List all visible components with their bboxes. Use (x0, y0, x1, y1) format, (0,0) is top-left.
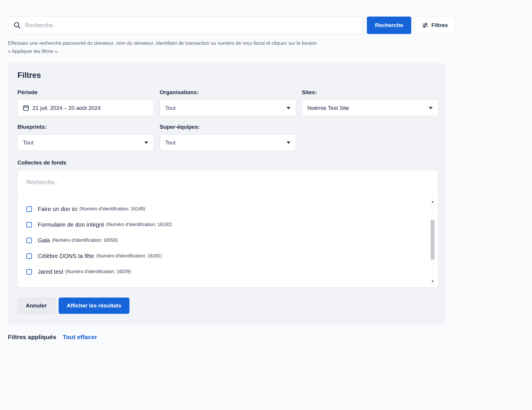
period-value: 21 juil. 2024 – 20 août 2024 (33, 105, 148, 111)
period-label: Période (17, 89, 154, 96)
checkbox[interactable] (26, 238, 32, 243)
sites-field: Sites: Noémie Test Site (302, 89, 438, 116)
fundraiser-id: (Numéro d'identification: 16181) (96, 253, 162, 259)
list-item[interactable]: Formulaire de don intégré (Numéro d'iden… (26, 217, 421, 232)
scrollbar-track[interactable] (430, 203, 435, 279)
sites-dropdown[interactable]: Noémie Test Site (302, 100, 438, 116)
organisations-field: Organisations: Tout (160, 89, 296, 116)
fundraiser-id: (Numéro d'identification: 16050) (52, 238, 118, 243)
organisations-label: Organisations: (160, 89, 296, 96)
cancel-button[interactable]: Annuler (17, 298, 55, 314)
filters-grid: Période 21 juil. 2024 – 20 août 2024 Org… (17, 89, 435, 151)
fundraiser-name: Gala (38, 237, 50, 244)
search-icon (13, 22, 21, 29)
apply-results-button[interactable]: Afficher les résultats (59, 298, 129, 314)
clear-all-link[interactable]: Tout effacer (63, 334, 97, 341)
organisations-dropdown[interactable]: Tout (160, 100, 296, 116)
super-equipes-field: Super-équipes: Tout (160, 124, 296, 151)
chevron-down-icon (429, 107, 433, 109)
panel-actions: Annuler Afficher les résultats (17, 298, 435, 314)
checkbox[interactable] (26, 253, 32, 259)
filters-button-label: Filtres (431, 22, 448, 28)
calendar-icon (23, 105, 29, 111)
applied-filters-label: Filtres appliqués (8, 334, 56, 341)
checkbox[interactable] (26, 206, 32, 212)
blueprints-value: Tout (23, 139, 141, 146)
scrollbar[interactable]: ▲ ▼ (430, 199, 435, 283)
filters-panel: Filtres Période 21 juil. 2024 – 20 août … (8, 63, 445, 325)
fundraiser-id: (Numéro d'identification: 16182) (106, 222, 172, 227)
fundraisers-label: Collectes de fonds (17, 160, 435, 166)
filters-panel-title: Filtres (17, 71, 435, 80)
organisations-value: Tout (165, 105, 284, 111)
fundraisers-section: Collectes de fonds Faire un don ici (Num… (17, 160, 435, 288)
fundraisers-search-field[interactable] (18, 170, 438, 195)
list-item[interactable]: Faire un don ici (Numéro d'identificatio… (26, 201, 421, 217)
search-field[interactable] (8, 17, 363, 34)
fundraiser-name: Formulaire de don intégré (38, 221, 104, 228)
fundraisers-box: Faire un don ici (Numéro d'identificatio… (17, 170, 438, 288)
checkbox[interactable] (26, 269, 32, 275)
fundraiser-name: Jared test (38, 268, 63, 275)
scroll-up-icon[interactable]: ▲ (431, 199, 434, 203)
search-button[interactable]: Recherche (367, 17, 411, 34)
search-input[interactable] (25, 22, 358, 29)
fundraiser-id: (Numéro d'identification: 16149) (80, 206, 145, 212)
filters-button[interactable]: Filtres (415, 17, 455, 34)
scrollbar-thumb[interactable] (431, 220, 434, 259)
period-field: Période 21 juil. 2024 – 20 août 2024 (17, 89, 154, 116)
blueprints-dropdown[interactable]: Tout (17, 134, 154, 151)
fundraiser-name: Faire un don ici (38, 206, 77, 212)
list-item[interactable]: Gala (Numéro d'identification: 16050) (26, 232, 421, 248)
super-equipes-value: Tout (165, 139, 284, 146)
page: Recherche Filtres Effectuez une recherch… (0, 0, 532, 410)
fundraisers-search-input[interactable] (26, 179, 429, 186)
list-item[interactable]: Célèbre DONS ta fête (Numéro d'identific… (26, 248, 421, 264)
period-input[interactable]: 21 juil. 2024 – 20 août 2024 (17, 100, 154, 116)
checkbox[interactable] (26, 222, 32, 228)
chevron-down-icon (286, 142, 291, 144)
blueprints-field: Blueprints: Tout (17, 124, 154, 151)
sites-label: Sites: (302, 89, 438, 96)
sites-value: Noémie Test Site (307, 105, 426, 111)
fundraisers-list: Faire un don ici (Numéro d'identificatio… (18, 195, 438, 280)
filters-sliders-icon (422, 22, 428, 28)
chevron-down-icon (286, 107, 291, 109)
super-equipes-label: Super-équipes: (160, 124, 296, 130)
applied-filters-row: Filtres appliqués Tout effacer (8, 334, 524, 341)
super-equipes-dropdown[interactable]: Tout (160, 134, 296, 151)
fundraiser-id: (Numéro d'identification: 16029) (65, 269, 131, 274)
fundraiser-name: Célèbre DONS ta fête (38, 253, 94, 259)
top-search-row: Recherche Filtres (8, 17, 524, 34)
list-item[interactable]: Jared test (Numéro d'identification: 160… (26, 264, 421, 280)
blueprints-label: Blueprints: (17, 124, 154, 130)
chevron-down-icon (144, 142, 148, 144)
search-help-text: Effectuez une recherche parcourriel du d… (8, 39, 356, 55)
scroll-down-icon[interactable]: ▼ (431, 279, 434, 283)
